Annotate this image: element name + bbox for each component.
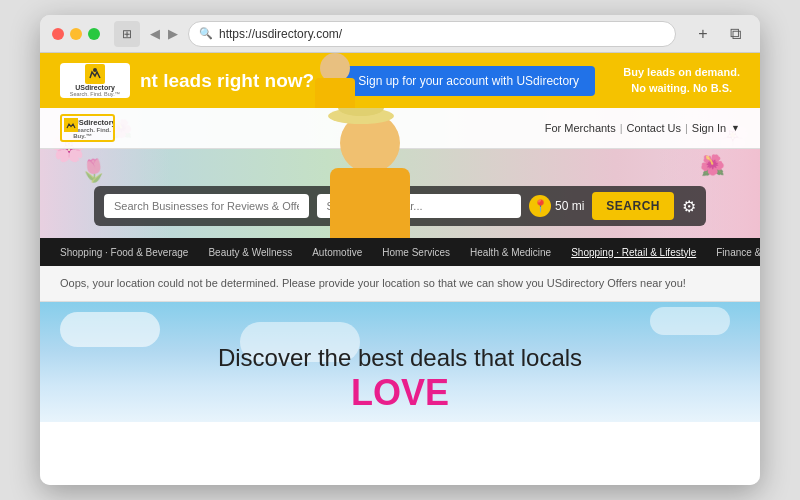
forward-btn[interactable]: ▶ (166, 22, 180, 45)
banner-logo: USdirectory Search. Find. Buy.™ (60, 63, 130, 98)
header-nav: For Merchants | Contact Us | Sign In ▼ (545, 122, 740, 134)
contact-link[interactable]: Contact Us (627, 122, 681, 134)
alert-message: Oops, your location could not be determi… (60, 277, 686, 289)
window-icon-btn[interactable]: ⊞ (114, 21, 140, 47)
filter-icon[interactable]: ⚙ (682, 197, 696, 216)
copy-btn[interactable]: ⧉ (722, 21, 748, 47)
lock-icon: 🔍 (199, 27, 213, 40)
banner-headline: nt leads right now? (140, 70, 314, 92)
site-logo: USdirectory Search. Find. Buy.™ (60, 114, 115, 142)
browser-titlebar: ⊞ ◀ ▶ 🔍 https://usdirectory.com/ + ⧉ (40, 15, 760, 53)
signup-cta-btn[interactable]: Sign up for your account with USdirector… (342, 66, 595, 96)
distance-value: 50 mi (555, 199, 584, 213)
merchants-link[interactable]: For Merchants (545, 122, 616, 134)
cat-shopping-food[interactable]: Shopping · Food & Beverage (50, 238, 198, 266)
maximize-button[interactable] (88, 28, 100, 40)
cat-automotive[interactable]: Automotive (302, 238, 372, 266)
logo-name: USdirectory (73, 118, 115, 127)
cat-health[interactable]: Health & Medicine (460, 238, 561, 266)
top-banner: USdirectory Search. Find. Buy.™ nt leads… (40, 53, 760, 108)
svg-point-0 (93, 68, 97, 72)
cat-home-services[interactable]: Home Services (372, 238, 460, 266)
cat-finance[interactable]: Finance & Insurance (706, 238, 760, 266)
minimize-button[interactable] (70, 28, 82, 40)
hero-deals-section: Discover the best deals that locals LOVE (40, 302, 760, 422)
page-content: USdirectory Search. Find. Buy.™ nt leads… (40, 53, 760, 485)
new-tab-btn[interactable]: + (690, 21, 716, 47)
search-distance: 📍 50 mi (529, 195, 584, 217)
browser-window: ⊞ ◀ ▶ 🔍 https://usdirectory.com/ + ⧉ (40, 15, 760, 485)
url-text: https://usdirectory.com/ (219, 27, 342, 41)
nav-buttons: ◀ ▶ (148, 22, 180, 45)
search-business-input[interactable] (104, 194, 309, 218)
banner-right-text: Buy leads on demand. No waiting. No B.S. (623, 65, 740, 96)
address-bar[interactable]: 🔍 https://usdirectory.com/ (188, 21, 676, 47)
chevron-down-icon: ▼ (731, 123, 740, 133)
cat-beauty[interactable]: Beauty & Wellness (198, 238, 302, 266)
traffic-lights (52, 28, 100, 40)
logo-tagline: Search. Find. Buy.™ (73, 127, 115, 139)
close-button[interactable] (52, 28, 64, 40)
search-button[interactable]: SEARCH (592, 192, 674, 220)
location-icon: 📍 (529, 195, 551, 217)
signin-label: Sign In (692, 122, 726, 134)
hero-section: 🌸 🌷 🌺 🌸 🌺 (40, 108, 760, 238)
cloud-decor-right (650, 307, 730, 335)
cat-retail[interactable]: Shopping · Retail & Lifestyle (561, 238, 706, 266)
hero-deals-text: Discover the best deals that locals LOVE (40, 334, 760, 422)
logo-box: USdirectory Search. Find. Buy.™ (60, 114, 115, 142)
back-btn[interactable]: ◀ (148, 22, 162, 45)
signin-dropdown[interactable]: Sign In ▼ (692, 122, 740, 134)
deals-line2: LOVE (40, 373, 760, 413)
deals-line1: Discover the best deals that locals (40, 344, 760, 373)
toolbar-icons: + ⧉ (690, 21, 748, 47)
alert-bar: Oops, your location could not be determi… (40, 266, 760, 302)
category-nav: Shopping · Food & Beverage Beauty & Well… (40, 238, 760, 266)
